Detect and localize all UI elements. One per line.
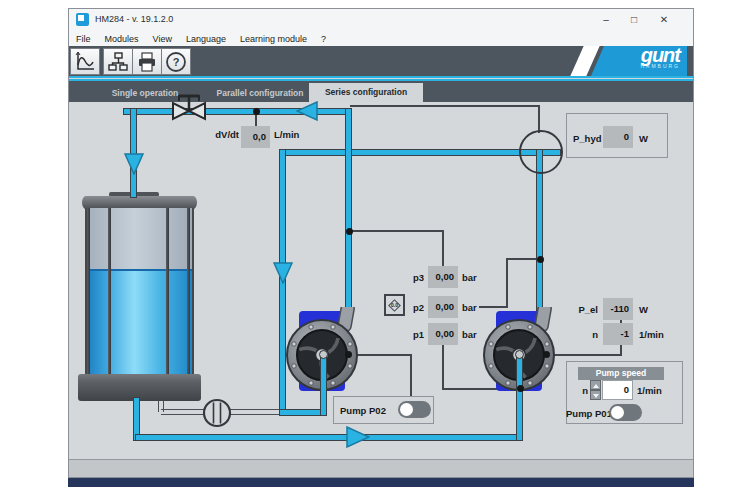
modules-icon — [107, 51, 129, 73]
pump02-hub — [319, 350, 328, 359]
zero-button-label: 0.0 — [386, 302, 403, 308]
window-title: HM284 - v. 19.1.2.0 — [95, 14, 173, 24]
menu-file[interactable]: File — [69, 34, 98, 44]
title-bar: HM284 - v. 19.1.2.0 – □ ✕ — [69, 9, 693, 31]
pipe-pump02-suction — [320, 354, 327, 416]
menu-bar: File Modules View Language Learning modu… — [69, 31, 693, 46]
junction-dot-pump02 — [345, 351, 352, 358]
n-actual-label: n — [574, 329, 598, 340]
app-window: HM284 - v. 19.1.2.0 – □ ✕ File Modules V… — [68, 8, 694, 478]
pel-unit: W — [639, 304, 648, 315]
menu-help[interactable]: ? — [314, 34, 333, 44]
menu-view[interactable]: View — [146, 34, 179, 44]
menu-learning-module[interactable]: Learning module — [233, 34, 314, 44]
flow-label: dV/dt — [209, 129, 239, 140]
tab-parallel-configuration[interactable]: Parallel configuration — [202, 84, 318, 102]
tank-water-level — [87, 269, 192, 376]
menu-modules[interactable]: Modules — [98, 34, 146, 44]
pump01-control-line-h — [547, 354, 622, 356]
n-actual-value: -1 — [603, 323, 633, 345]
junction-dot-p3 — [346, 228, 353, 235]
minimize-button[interactable]: – — [592, 9, 620, 31]
screenshot-root: HM284 - v. 19.1.2.0 – □ ✕ File Modules V… — [0, 0, 755, 488]
flow-value: 0,0 — [241, 126, 270, 148]
pump01-control-line-v — [620, 344, 622, 356]
help-button[interactable]: ? — [161, 48, 191, 75]
help-icon: ? — [165, 51, 187, 73]
maximize-button[interactable]: □ — [620, 9, 648, 31]
junction-dot-p2 — [537, 256, 544, 263]
pump-p01-label: Pump P01 — [566, 408, 606, 419]
phyd-sensor-symbol — [519, 130, 563, 174]
p3-sense-line-v — [442, 230, 444, 268]
separator-line — [69, 76, 693, 78]
pump02-control-line-v — [410, 354, 412, 396]
speed-setpoint-label: n — [576, 385, 588, 396]
gunt-logo: gunt HAMBURG — [591, 46, 687, 76]
pel-value: -110 — [603, 298, 633, 320]
p1-unit: bar — [462, 329, 477, 340]
svg-text:?: ? — [173, 56, 180, 68]
pressure-zero-button[interactable]: 0.0 — [384, 294, 405, 316]
pipe-pump01-suction — [516, 354, 523, 441]
p2-label: p2 — [404, 302, 424, 313]
hand-valve-icon — [169, 91, 209, 121]
pump-p02-label: Pump P02 — [340, 405, 386, 416]
speed-up-button[interactable] — [590, 380, 601, 390]
tank-frame-rod — [166, 208, 169, 376]
p2-value: 0,00 — [428, 296, 458, 318]
bottom-bar — [68, 478, 694, 487]
junction-dot-p1 — [517, 385, 524, 392]
p3-sense-line-h — [350, 230, 444, 232]
flow-arrow-down-icon — [124, 153, 144, 175]
chart-icon — [74, 51, 96, 73]
tank-frame-rod — [87, 208, 90, 376]
phyd-unit: W — [639, 133, 648, 144]
pump-p01-toggle[interactable] — [609, 404, 642, 421]
junction-dot-flow — [253, 108, 260, 115]
speed-setpoint-input[interactable]: 0 — [602, 380, 633, 400]
flow-sensor-line — [255, 113, 257, 127]
p1-sense-line-v — [442, 345, 444, 390]
p2-sense-line-v — [506, 258, 508, 308]
flow-arrow-down-icon — [273, 262, 293, 284]
flow-meter-symbol — [201, 397, 233, 429]
pipe-pump01-discharge — [536, 149, 543, 316]
phyd-sense-line-v — [538, 105, 540, 133]
print-icon — [136, 51, 158, 73]
phyd-label: P_hyd — [573, 133, 602, 144]
n-actual-unit: 1/min — [639, 329, 664, 340]
tank-frame-rod — [187, 208, 190, 376]
logo-city-text: HAMBURG — [591, 63, 680, 69]
phyd-value: 0 — [603, 126, 633, 148]
p3-unit: bar — [462, 272, 477, 283]
modules-button[interactable] — [103, 48, 133, 75]
tab-series-configuration[interactable]: Series configuration — [309, 83, 423, 102]
app-icon — [76, 13, 89, 26]
menu-language[interactable]: Language — [179, 34, 233, 44]
close-button[interactable]: ✕ — [650, 9, 678, 31]
speed-down-button[interactable] — [590, 390, 601, 400]
p2-unit: bar — [462, 302, 477, 313]
pump01-hub — [515, 350, 524, 359]
tank-frame-rod — [108, 208, 111, 376]
pump-p02-toggle[interactable] — [398, 401, 431, 418]
flow-unit: L/min — [274, 129, 299, 140]
pel-label: P_el — [574, 304, 598, 315]
flow-arrow-left-icon — [296, 101, 318, 121]
pump-speed-header: Pump speed — [578, 367, 664, 380]
junction-dot-pump01 — [543, 351, 550, 358]
p3-value: 0,00 — [428, 266, 458, 288]
pipe-bottom-horizontal — [135, 434, 518, 441]
print-button[interactable] — [132, 48, 162, 75]
speed-setpoint-unit: 1/min — [637, 385, 662, 396]
phyd-sense-line-h — [350, 105, 540, 107]
p1-label: p1 — [404, 329, 424, 340]
p3-label: p3 — [404, 272, 424, 283]
flow-arrow-right-icon — [346, 426, 370, 448]
status-bar — [69, 459, 693, 477]
p1-value: 0,00 — [428, 323, 458, 345]
chart-button[interactable] — [70, 48, 100, 75]
pipe-pump02-discharge — [345, 108, 352, 316]
